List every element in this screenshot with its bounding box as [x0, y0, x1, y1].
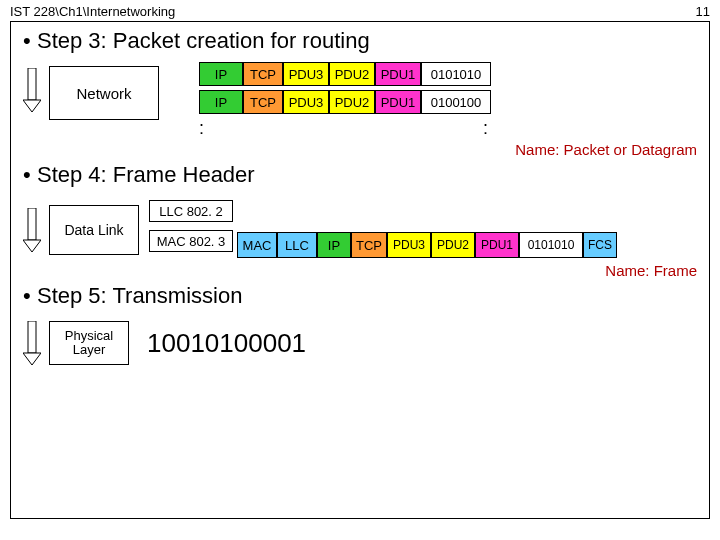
llc-box: LLC 802. 2: [149, 200, 233, 222]
breadcrumb-path: IST 228\Ch1\Internetworking: [10, 4, 175, 19]
slide-body: •Step 3: Packet creation for routing Net…: [10, 21, 710, 519]
network-layer-box: Network: [49, 66, 159, 120]
tcp-cell: TCP: [351, 232, 387, 258]
tcp-cell: TCP: [243, 90, 283, 114]
svg-marker-5: [23, 353, 41, 365]
packet-row: IP TCP PDU3 PDU2 PDU1 0100100: [199, 90, 491, 114]
step5-title: •Step 5: Transmission: [15, 279, 705, 317]
ip-cell: IP: [199, 62, 243, 86]
llc-cell: LLC: [277, 232, 317, 258]
pdu1-cell: PDU1: [375, 62, 421, 86]
pdu2-cell: PDU2: [431, 232, 475, 258]
svg-rect-0: [28, 68, 36, 100]
frame-row: MAC LLC IP TCP PDU3 PDU2 PDU1 0101010 FC…: [237, 232, 617, 258]
pdu3-cell: PDU3: [387, 232, 431, 258]
datalink-layer-box: Data Link: [49, 205, 139, 255]
ellipsis: :: [483, 118, 489, 139]
page-number: 11: [696, 4, 710, 19]
svg-rect-4: [28, 321, 36, 353]
pdu1-cell: PDU1: [375, 90, 421, 114]
step4-title: •Step 4: Frame Header: [15, 158, 705, 196]
pdu2-cell: PDU2: [329, 90, 375, 114]
down-arrow-icon: [15, 321, 49, 365]
bits-cell: 0101010: [421, 62, 491, 86]
ip-cell: IP: [317, 232, 351, 258]
pdu3-cell: PDU3: [283, 90, 329, 114]
mac-cell: MAC: [237, 232, 277, 258]
ip-cell: IP: [199, 90, 243, 114]
svg-marker-1: [23, 100, 41, 112]
pdu3-cell: PDU3: [283, 62, 329, 86]
pdu2-cell: PDU2: [329, 62, 375, 86]
svg-marker-3: [23, 240, 41, 252]
mac-box: MAC 802. 3: [149, 230, 233, 252]
pdu1-cell: PDU1: [475, 232, 519, 258]
frame-name-label: Name: Frame: [15, 262, 705, 279]
packet-name-label: Name: Packet or Datagram: [15, 141, 705, 158]
bits-cell: 0100100: [421, 90, 491, 114]
transmission-bits: 10010100001: [147, 328, 306, 359]
packet-row: IP TCP PDU3 PDU2 PDU1 0101010: [199, 62, 491, 86]
step3-title: •Step 3: Packet creation for routing: [15, 26, 705, 62]
down-arrow-icon: [15, 62, 49, 112]
svg-rect-2: [28, 208, 36, 240]
tcp-cell: TCP: [243, 62, 283, 86]
ellipsis: :: [199, 118, 205, 139]
bits-cell: 0101010: [519, 232, 583, 258]
fcs-cell: FCS: [583, 232, 617, 258]
physical-layer-box: Physical Layer: [49, 321, 129, 365]
down-arrow-icon: [15, 208, 49, 252]
